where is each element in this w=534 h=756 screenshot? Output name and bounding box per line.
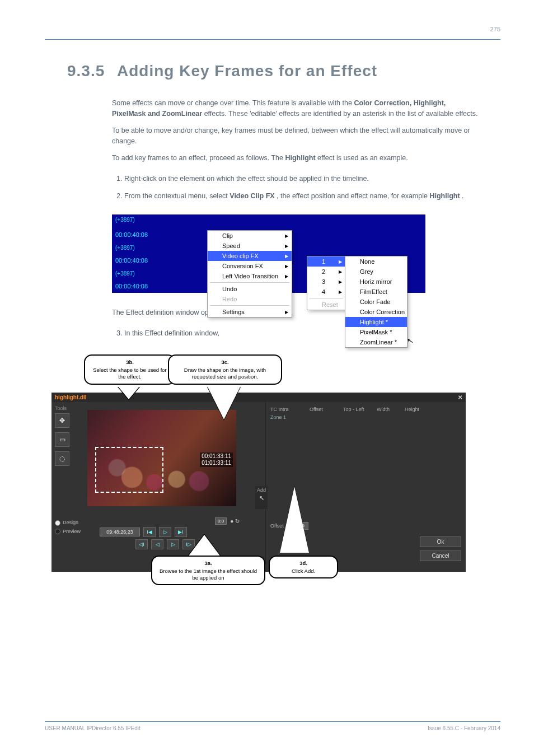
- menu-item-color-correction[interactable]: Color Correction: [345, 307, 407, 317]
- menu-item-conversion-fx[interactable]: Conversion FX: [208, 261, 292, 271]
- menu-item-redo: Redo: [208, 294, 292, 304]
- tc-small-field[interactable]: 0;0: [215, 517, 227, 525]
- dialog-titlebar: highlight.dll ✕: [51, 393, 466, 402]
- page: 275 9.3.5 Adding Key Frames for an Effec…: [0, 0, 534, 756]
- menu-item-grey[interactable]: Grey: [345, 267, 407, 277]
- col-offset: Offset: [310, 405, 343, 413]
- callout-3d: 3d. Click Add.: [269, 556, 338, 579]
- move-tool-icon[interactable]: ✥: [55, 413, 69, 428]
- label: Design: [63, 520, 78, 525]
- callout-3b: 3b. Select the shape to be used for the …: [84, 354, 176, 385]
- dialog-buttons: Ok Cancel: [420, 536, 461, 561]
- keyframe-columns: TC Intra Offset Top - Left Width Height: [270, 405, 461, 413]
- header-page-number: 275: [490, 26, 500, 32]
- menu-item-pixelmask[interactable]: PixelMask *: [345, 327, 407, 337]
- loop-icons[interactable]: ● ↻: [230, 518, 240, 524]
- menu-separator: [310, 298, 343, 298]
- menu-item-speed[interactable]: Speed: [208, 241, 292, 251]
- menu-item-reset: Reset: [307, 300, 345, 310]
- section-heading: 9.3.5 Adding Key Frames for an Effect: [67, 62, 500, 80]
- effect-window-opens: The Effect definition window opens.: [112, 307, 478, 318]
- col-width: Width: [377, 405, 405, 413]
- play-button[interactable]: ▷: [159, 527, 171, 537]
- figure-context-menu: (+3897) 00:00:40:08 (+3897) 00:00:40:08 …: [112, 214, 425, 293]
- menu-item-slot3[interactable]: 3: [307, 277, 345, 287]
- zone-1-label: Zone 1: [270, 414, 461, 420]
- col-tc-intra: TC Intra: [270, 405, 310, 413]
- context-menu-level1: Clip Speed Video clip FX Conversion FX L…: [207, 230, 292, 318]
- label: Preview: [63, 529, 81, 534]
- menu-separator: [210, 282, 289, 283]
- footer: USER MANUAL IPDirector 6.55 IPEdit Issue…: [45, 721, 500, 731]
- callout-3c: 3c. Draw the shape on the image, with re…: [168, 354, 282, 385]
- intro-paragraph-2: To be able to move and/or change, key fr…: [112, 125, 478, 147]
- menu-item-slot4[interactable]: 4: [307, 287, 345, 297]
- mode-radios: Design Preview: [55, 519, 81, 536]
- steps-list: Right-click on the element on which the …: [112, 174, 478, 202]
- next-button[interactable]: ▶I: [175, 527, 187, 537]
- step-2: From the contextual menu, select Video C…: [124, 191, 478, 202]
- menu-item-slot2[interactable]: 2: [307, 267, 345, 277]
- timeline-label: (+3897): [115, 217, 135, 223]
- menu-item-highlight[interactable]: Highlight *: [345, 317, 407, 327]
- step-back-fast-button[interactable]: ◁I: [135, 539, 148, 549]
- prev-button[interactable]: I◀: [143, 527, 156, 537]
- step-3: In this Effect definition window,: [124, 328, 478, 339]
- ok-button[interactable]: Ok: [420, 536, 461, 547]
- section-number: 9.3.5: [67, 62, 105, 80]
- rectangle-tool-icon[interactable]: ▭: [55, 432, 69, 447]
- ellipse-tool-icon[interactable]: ◌: [55, 451, 69, 466]
- overlay-timecode: 00:01:33:11 01:01:33:11: [200, 452, 233, 467]
- menu-item-slot1[interactable]: 1: [307, 256, 345, 267]
- callout-title: 3a.: [158, 560, 259, 567]
- callout-title: 3b.: [91, 359, 169, 366]
- timeline-label: (+3897): [115, 270, 135, 277]
- timeline-label: (+3897): [115, 245, 135, 251]
- text: To add key frames to an effect, proceed …: [112, 154, 285, 162]
- tc-field[interactable]: 09:48:26;23: [100, 528, 140, 536]
- video-preview[interactable]: 00:01:33:11 01:01:33:11: [87, 410, 236, 506]
- text-bold: Highlight: [285, 154, 315, 162]
- menu-item-horiz-mirror[interactable]: Horiz mirror: [345, 277, 407, 287]
- text: , the effect position and effect name, f…: [277, 192, 429, 200]
- step-back-button[interactable]: ◁: [151, 539, 163, 549]
- cancel-button[interactable]: Cancel: [420, 550, 461, 561]
- menu-item-clip[interactable]: Clip: [208, 231, 292, 241]
- menu-item-video-clip-fx[interactable]: Video clip FX: [208, 251, 292, 261]
- callout-text: Draw the shape on the image, with reques…: [184, 367, 266, 380]
- callout-text: Browse to the 1st image the effect shoul…: [160, 568, 257, 581]
- timeline-timecode: 00:00:40:08: [115, 283, 148, 290]
- menu-separator: [210, 305, 289, 306]
- menu-item-settings[interactable]: Settings: [208, 307, 292, 317]
- col-height: Height: [405, 405, 433, 413]
- callout-title: 3d.: [275, 560, 331, 567]
- text: effects. These 'editable' effects are id…: [204, 110, 478, 118]
- dialog-title: highlight.dll: [55, 394, 87, 400]
- col-top-left: Top - Left: [343, 405, 377, 413]
- step-fwd-button[interactable]: ▷: [167, 539, 179, 549]
- mode-preview[interactable]: Preview: [55, 528, 81, 536]
- step-1: Right-click on the element on which the …: [124, 174, 478, 184]
- callout-leader: [118, 386, 140, 399]
- menu-item-zoomlinear[interactable]: ZoomLinear *: [345, 337, 407, 347]
- mode-design[interactable]: Design: [55, 519, 81, 527]
- tc-line: 00:01:33:11: [202, 453, 231, 459]
- section-title: Adding Key Frames for an Effect: [117, 62, 377, 80]
- timeline-timecode: 00:00:40:08: [115, 257, 148, 264]
- text: .: [462, 192, 463, 200]
- intro-paragraph-3: To add key frames to an effect, proceed …: [112, 153, 478, 164]
- callout-3a: 3a. Browse to the 1st image the effect s…: [151, 556, 265, 586]
- menu-item-left-video-transition[interactable]: Left Video Transition: [208, 271, 292, 281]
- selection-rectangle[interactable]: [95, 447, 163, 493]
- callout-text: Select the shape to be used for the effe…: [93, 367, 167, 380]
- callout-leader: [207, 386, 241, 419]
- menu-item-none[interactable]: None: [345, 256, 407, 267]
- footer-right: Issue 6.55.C - February 2014: [428, 725, 500, 731]
- intro-block: Some effects can move or change over tim…: [112, 98, 478, 202]
- menu-item-undo[interactable]: Undo: [208, 284, 292, 294]
- close-icon[interactable]: ✕: [458, 394, 462, 400]
- menu-item-filmeffect[interactable]: FilmEffect: [345, 287, 407, 297]
- dialog-left-panel: Tools ✥ ▭ ◌ 00:01:33:11 01:01:33:11: [51, 402, 266, 564]
- callout-leader: [280, 487, 309, 553]
- menu-item-color-fade[interactable]: Color Fade: [345, 297, 407, 307]
